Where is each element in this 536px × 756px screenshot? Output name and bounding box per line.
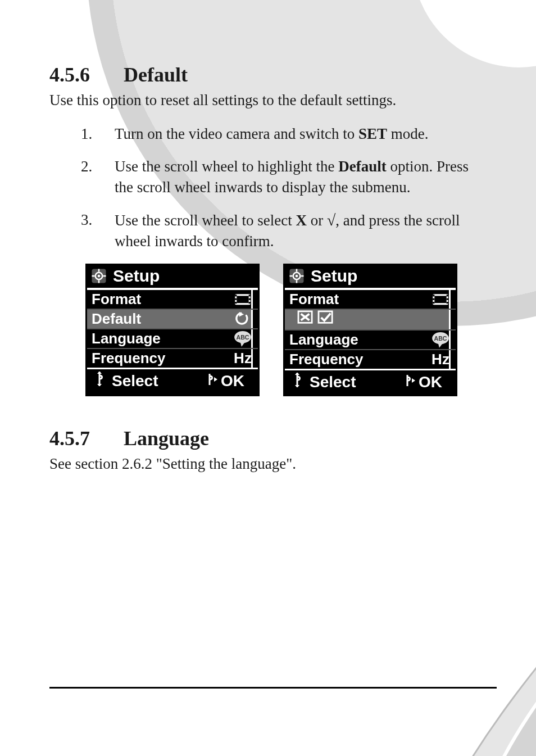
footer-select: Select — [310, 373, 356, 391]
film-icon — [233, 292, 252, 307]
footer-rule — [49, 687, 497, 689]
svg-text:ABC: ABC — [434, 335, 447, 342]
hz-icon: Hz — [233, 351, 252, 366]
section-heading-default: 4.5.6 Default — [49, 63, 493, 87]
section-number: 4.5.7 — [49, 427, 100, 450]
screen-title: Setup — [113, 266, 160, 286]
menu-row-format[interactable]: Format — [87, 290, 258, 309]
scroll-indicator — [449, 310, 456, 329]
menu-row-frequency[interactable]: Frequency Hz — [87, 348, 258, 368]
revert-icon — [233, 311, 252, 327]
row-label: Format — [92, 291, 141, 308]
abc-icon: ABC — [431, 332, 450, 348]
svg-rect-33 — [433, 302, 434, 304]
scroll-indicator — [449, 350, 456, 369]
press-in-icon — [404, 373, 416, 391]
row-label: Frequency — [92, 350, 166, 367]
svg-rect-8 — [237, 296, 248, 303]
svg-point-24 — [296, 275, 298, 278]
screen-titlebar: Setup — [87, 265, 258, 288]
scroll-indicator — [251, 329, 258, 348]
row-label: Frequency — [289, 351, 364, 368]
svg-rect-14 — [249, 302, 251, 304]
step-1: Turn on the video camera and switch to S… — [81, 124, 474, 144]
svg-rect-36 — [447, 302, 448, 304]
cancel-confirm-options — [289, 310, 342, 329]
scroll-indicator — [449, 331, 456, 349]
svg-rect-9 — [235, 295, 237, 296]
default-intro: Use this option to reset all settings to… — [49, 91, 493, 110]
section-number: 4.5.6 — [49, 63, 100, 87]
svg-rect-10 — [235, 298, 237, 300]
gear-icon — [90, 268, 107, 284]
scroll-updown-icon — [293, 373, 306, 391]
confirm-icon[interactable] — [317, 310, 334, 329]
menu-rows: Format — [285, 288, 456, 370]
device-screens: Setup Format Default — [49, 264, 493, 396]
abc-icon: ABC — [233, 331, 252, 347]
svg-rect-32 — [433, 298, 434, 300]
step-3: Use the scroll wheel to select X or √, a… — [81, 210, 474, 251]
screen-titlebar: Setup — [285, 265, 456, 288]
scroll-indicator — [251, 349, 258, 368]
footer-ok: OK — [419, 373, 442, 391]
row-label: Format — [289, 291, 339, 308]
svg-rect-34 — [447, 295, 448, 296]
screen-footer: Select OK — [285, 370, 456, 395]
svg-rect-11 — [235, 302, 237, 304]
svg-point-2 — [98, 275, 101, 278]
svg-marker-21 — [214, 377, 217, 382]
svg-marker-43 — [438, 343, 443, 348]
row-label: Default — [92, 310, 141, 328]
svg-rect-31 — [433, 295, 434, 296]
svg-marker-20 — [97, 384, 102, 386]
svg-marker-45 — [295, 385, 299, 387]
step-2: Use the scroll wheel to highlight the De… — [81, 156, 474, 197]
menu-row-format[interactable]: Format — [285, 290, 456, 309]
scroll-indicator — [251, 310, 258, 328]
steps-list: Turn on the video camera and switch to S… — [49, 124, 493, 252]
svg-marker-18 — [240, 342, 246, 347]
svg-rect-12 — [249, 295, 251, 296]
svg-rect-35 — [447, 298, 448, 300]
row-label: Language — [92, 330, 161, 347]
scroll-indicator — [449, 290, 456, 309]
svg-rect-30 — [434, 296, 446, 303]
menu-row-default-submenu[interactable] — [285, 309, 456, 329]
menu-row-language[interactable]: Language ABC — [87, 328, 258, 348]
cancel-icon[interactable] — [297, 310, 314, 329]
screen-title: Setup — [311, 266, 357, 286]
film-icon — [431, 292, 450, 307]
scroll-indicator — [251, 290, 258, 309]
svg-marker-46 — [412, 378, 415, 383]
hz-icon: Hz — [431, 352, 450, 368]
scroll-updown-icon — [95, 372, 108, 390]
section-title: Language — [124, 427, 209, 450]
footer-select: Select — [112, 372, 158, 390]
svg-marker-44 — [295, 373, 299, 375]
device-screen-right: Setup Format — [283, 264, 457, 396]
gear-icon — [288, 268, 305, 284]
menu-row-frequency[interactable]: Frequency Hz — [285, 349, 456, 369]
svg-rect-13 — [249, 298, 251, 300]
screen-footer: Select OK — [87, 369, 258, 393]
row-label: Language — [289, 331, 358, 348]
menu-rows: Format Default Language ABC — [87, 288, 258, 369]
press-in-icon — [206, 372, 219, 390]
device-screen-left: Setup Format Default — [85, 264, 260, 396]
section-title: Default — [124, 63, 188, 87]
svg-text:ABC: ABC — [237, 334, 249, 341]
menu-row-default[interactable]: Default — [87, 309, 258, 328]
page-content: 4.5.6 Default Use this option to reset a… — [49, 63, 493, 487]
language-body: See section 2.6.2 "Setting the language"… — [49, 455, 493, 474]
menu-row-language[interactable]: Language ABC — [285, 329, 456, 349]
svg-marker-19 — [97, 372, 102, 374]
footer-ok: OK — [221, 372, 244, 390]
section-heading-language: 4.5.7 Language — [49, 427, 493, 450]
corner-decoration-bottom — [367, 587, 536, 756]
